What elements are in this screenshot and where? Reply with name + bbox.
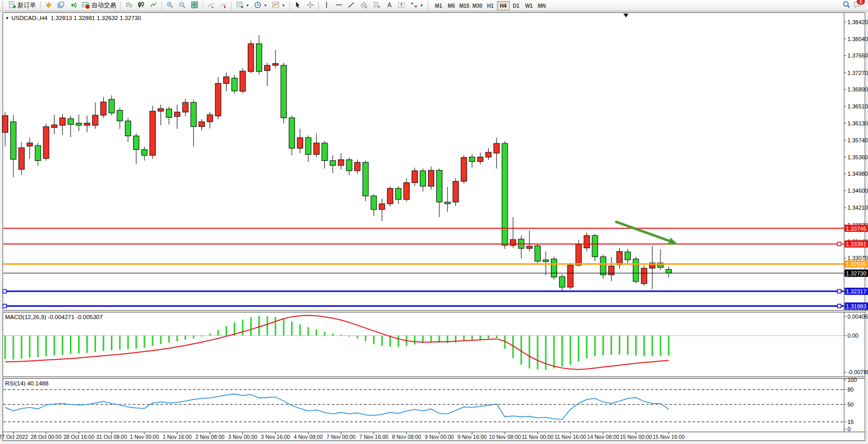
timeframe-button-m15[interactable]: M15 [458, 1, 471, 10]
timeframe-button-m5[interactable]: M5 [445, 1, 458, 10]
macd-main-value: -0.004271 [48, 314, 75, 320]
trendline-tool-button[interactable] [345, 1, 357, 10]
chart-profiles-button[interactable]: ▼ [252, 1, 269, 10]
channel-tool-button[interactable]: E [358, 1, 370, 10]
svg-text:1.36130: 1.36130 [847, 120, 868, 126]
chart-shift-button[interactable] [217, 1, 229, 10]
timeframe-button-w1[interactable]: W1 [523, 1, 535, 10]
autotrading-button[interactable]: 自动交易 [80, 1, 118, 10]
svg-text:1.33745: 1.33745 [846, 226, 866, 232]
chat-badge: 1 [857, 0, 865, 5]
crosshair-tool-button[interactable] [304, 1, 316, 10]
rsi-indicator-label: RSI(14) 40.1488 [5, 380, 48, 386]
line-chart-icon [150, 1, 157, 10]
zoom-out-button[interactable] [176, 1, 188, 10]
text-label-tool-button[interactable]: T [396, 1, 408, 10]
horizontal-line-icon [335, 1, 343, 10]
text-icon: A [385, 1, 393, 10]
horizontal-line-tool-button[interactable] [333, 1, 345, 10]
svg-text:15 Nov 00:00: 15 Nov 00:00 [620, 434, 652, 440]
svg-text:9 Nov 00:00: 9 Nov 00:00 [425, 434, 454, 440]
new-order-icon [8, 1, 16, 10]
equidistant-channel-icon: E [360, 1, 368, 10]
toolbar-separator [120, 2, 121, 10]
line-chart-button[interactable] [147, 1, 159, 10]
bar-chart-button[interactable] [123, 1, 135, 10]
tile-windows-button[interactable] [189, 1, 200, 10]
dropdown-caret-icon: ▼ [282, 4, 285, 7]
zoom-in-button[interactable] [164, 1, 176, 10]
gold-diamond-icon [45, 1, 52, 10]
svg-text:11 Nov 16:00: 11 Nov 16:00 [555, 434, 586, 440]
svg-text:9 Nov 16:00: 9 Nov 16:00 [457, 434, 487, 440]
chat-button[interactable]: 1 [853, 1, 862, 11]
symbol-name: USDCAD-,H4 [11, 15, 47, 21]
svg-text:3 Nov 16:00: 3 Nov 16:00 [261, 434, 290, 440]
new-order-button[interactable]: 新订单 [6, 1, 38, 10]
symbol-dropdown-icon[interactable]: ▼ [5, 16, 9, 21]
svg-text:15 Nov 16:00: 15 Nov 16:00 [653, 434, 685, 440]
clock-icon [254, 1, 262, 10]
svg-text:3 Nov 00:00: 3 Nov 00:00 [228, 434, 257, 440]
svg-text:1.32730: 1.32730 [846, 270, 866, 276]
timeframe-button-h1[interactable]: H1 [484, 1, 497, 10]
svg-text:1.35360: 1.35360 [847, 154, 868, 160]
auto-scroll-button[interactable] [205, 1, 217, 10]
svg-text:8 Nov 08:00: 8 Nov 08:00 [392, 434, 421, 440]
svg-text:2 Nov 08:00: 2 Nov 08:00 [195, 434, 225, 440]
arrows-tool-button[interactable]: ▼ [408, 1, 426, 10]
toolbar-separator [161, 2, 162, 10]
search-button[interactable] [840, 1, 853, 10]
svg-text:1.36510: 1.36510 [847, 103, 868, 109]
vertical-line-tool-button[interactable] [321, 1, 333, 10]
toolbar-separator [428, 2, 428, 10]
timeframe-button-m30[interactable]: M30 [471, 1, 484, 10]
svg-text:1.37270: 1.37270 [847, 70, 868, 76]
window-layout-button[interactable] [55, 1, 67, 10]
svg-text:1 Nov 00:00: 1 Nov 00:00 [130, 434, 159, 440]
timeframe-button-d1[interactable]: D1 [510, 1, 523, 10]
zoom-in-icon [166, 1, 174, 10]
candlestick-chart-button[interactable] [135, 1, 147, 10]
timeframe-button-h4[interactable]: H4 [497, 1, 510, 10]
svg-text:T: T [400, 3, 403, 8]
text-tool-button[interactable]: A [383, 1, 395, 10]
dropdown-caret-icon: ▼ [420, 4, 423, 7]
svg-text:7 Nov 00:00: 7 Nov 00:00 [326, 434, 356, 440]
svg-text:1.36890: 1.36890 [847, 86, 868, 92]
line-handle [3, 289, 7, 293]
timeframe-button-mn[interactable]: MN [535, 1, 548, 10]
svg-text:1.34210: 1.34210 [847, 205, 868, 211]
bar-chart-icon [125, 1, 133, 10]
indicators-button[interactable]: ▼ [270, 1, 287, 10]
zoom-out-icon [178, 1, 186, 10]
svg-text:0.004066: 0.004066 [847, 313, 868, 320]
autotrading-label: 自动交易 [91, 1, 116, 10]
new-chart-icon [236, 1, 244, 10]
profiles-button[interactable] [43, 1, 54, 10]
svg-text:28 Oct 16:00: 28 Oct 16:00 [63, 434, 94, 440]
svg-text:F: F [378, 5, 380, 9]
signal-broadcast-icon [69, 1, 77, 10]
line-handle [3, 304, 7, 308]
chart-canvas[interactable]: 1.384201.380401.376601.372701.368901.365… [0, 11, 868, 444]
svg-text:1.34980: 1.34980 [847, 171, 868, 177]
svg-text:A: A [387, 2, 392, 9]
cursor-tool-button[interactable] [292, 1, 304, 10]
svg-text:1.32935: 1.32935 [846, 261, 866, 267]
fibonacci-tool-button[interactable]: F [371, 1, 383, 10]
trendline-icon [347, 1, 355, 10]
main-toolbar: 新订单 自动交易 ▼ ▼ ▼ E F [0, 0, 868, 11]
indicators-icon [272, 1, 280, 10]
signals-button[interactable] [67, 1, 79, 10]
svg-text:100: 100 [847, 377, 857, 383]
svg-text:1.31983: 1.31983 [846, 303, 866, 309]
auto-scroll-icon [207, 1, 215, 10]
svg-text:31 Oct 08:00: 31 Oct 08:00 [96, 434, 127, 440]
timeframe-button-m1[interactable]: M1 [432, 1, 445, 10]
dropdown-caret-icon: ▼ [264, 4, 267, 7]
toolbar-grip [2, 2, 5, 10]
text-label-icon: T [398, 1, 405, 10]
svg-text:50: 50 [847, 401, 854, 408]
new-chart-button[interactable]: ▼ [234, 1, 251, 10]
